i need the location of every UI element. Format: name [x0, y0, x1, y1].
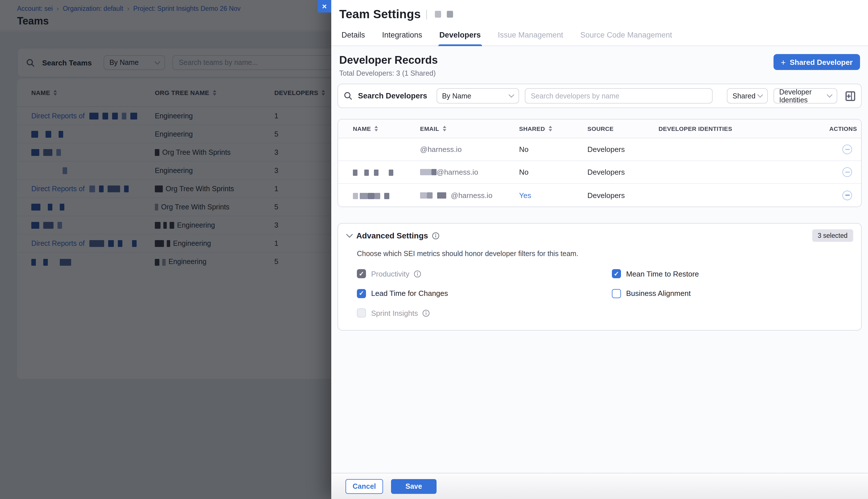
shared-filter-value: Shared	[733, 92, 756, 100]
info-icon[interactable]	[423, 309, 430, 317]
chevron-down-icon[interactable]	[346, 231, 353, 238]
tab-issue-management[interactable]: Issue Management	[497, 26, 564, 46]
shared-cell: No	[519, 168, 587, 177]
plus-icon: +	[781, 57, 786, 67]
column-header-name[interactable]: NAME	[353, 125, 420, 132]
developer-identities-value: Developer Identities	[779, 88, 828, 104]
panel-body: Developer Records Total Developers: 3 (1…	[331, 46, 868, 473]
developer-name-cell	[353, 168, 420, 177]
lead-time-checkbox[interactable]: ✓	[357, 289, 366, 298]
info-icon[interactable]	[414, 270, 421, 277]
add-column-icon[interactable]	[845, 91, 855, 101]
shared-filter-select[interactable]: Shared	[727, 88, 768, 104]
remove-developer-button[interactable]	[842, 167, 852, 177]
minus-icon	[845, 195, 849, 195]
source-cell: Developers	[587, 145, 659, 154]
sort-icon[interactable]	[548, 126, 552, 132]
source-cell: Developers	[587, 191, 659, 199]
section-title: Developer Records	[339, 54, 438, 66]
close-icon: ×	[322, 2, 327, 11]
productivity-checkbox[interactable]: ✓	[357, 269, 366, 278]
developer-row: @harness.io Yes Developers	[338, 184, 861, 207]
developer-search-placeholder: Search developers by name	[531, 92, 619, 100]
business-alignment-checkbox[interactable]	[612, 289, 621, 298]
metric-option-mean-time-to-restore: ✓ Mean Time to Restore	[612, 269, 699, 278]
developer-identities-select[interactable]: Developer Identities	[773, 88, 837, 104]
selected-count-badge: 3 selected	[812, 229, 853, 242]
developer-email-cell: @harness.io	[420, 145, 519, 154]
tab-integrations[interactable]: Integrations	[381, 26, 423, 46]
advanced-settings-title: Advanced Settings	[356, 231, 428, 240]
search-icon	[344, 92, 352, 100]
remove-developer-button[interactable]	[842, 190, 852, 200]
by-name-select[interactable]: By Name	[436, 88, 519, 104]
tab-details[interactable]: Details	[340, 26, 366, 46]
screen: Account: sei › Organization: default › P…	[0, 0, 868, 499]
panel-title: Team Settings	[339, 8, 421, 21]
tab-bar: Details Integrations Developers Issue Ma…	[331, 26, 868, 46]
total-developers-text: Total Developers: 3 (1 Shared)	[339, 70, 438, 77]
save-button[interactable]: Save	[391, 479, 436, 494]
minus-icon	[845, 172, 849, 172]
info-icon[interactable]	[432, 232, 439, 239]
redacted-text	[353, 193, 358, 199]
by-name-value: By Name	[442, 92, 471, 100]
chevron-down-icon	[508, 92, 514, 98]
advanced-settings-description: Choose which SEI metrics should honor de…	[357, 250, 852, 258]
redacted-text	[447, 11, 453, 17]
developer-table-header: NAME EMAIL SHARED SOURCE DEVELOPER IDENT…	[338, 120, 861, 138]
redacted-text	[353, 170, 358, 176]
close-button[interactable]: ×	[317, 0, 331, 13]
shared-cell: No	[519, 145, 587, 154]
sort-icon[interactable]	[443, 126, 446, 132]
cancel-button[interactable]: Cancel	[346, 479, 383, 494]
column-header-shared[interactable]: SHARED	[519, 125, 587, 132]
redacted-text	[420, 169, 432, 175]
metric-option-productivity: ✓ Productivity	[357, 269, 612, 278]
title-separator	[426, 9, 427, 19]
developer-row: @harness.io No Developers	[338, 161, 861, 184]
shared-developer-button[interactable]: + Shared Developer	[773, 54, 860, 70]
source-cell: Developers	[587, 168, 659, 177]
panel-titlebar: Team Settings	[331, 0, 868, 26]
developer-email-cell: @harness.io	[420, 191, 519, 199]
remove-developer-button[interactable]	[842, 145, 852, 154]
tab-source-code-management[interactable]: Source Code Management	[579, 26, 673, 46]
team-settings-panel: × Team Settings Details Integrations Dev…	[331, 0, 868, 499]
column-header-email[interactable]: EMAIL	[420, 125, 519, 132]
shared-cell: Yes	[519, 191, 587, 199]
search-developers-label: Search Developers	[358, 92, 427, 100]
developer-row: @harness.io No Developers	[338, 138, 861, 161]
developer-name-cell	[353, 191, 420, 199]
chevron-down-icon	[757, 92, 763, 98]
sort-icon[interactable]	[374, 126, 378, 132]
metric-option-business-alignment: Business Alignment	[612, 289, 699, 298]
metric-option-lead-time: ✓ Lead Time for Changes	[357, 289, 612, 298]
panel-footer: Cancel Save	[331, 473, 868, 499]
developer-email-cell: @harness.io	[420, 168, 519, 177]
tab-developers[interactable]: Developers	[438, 26, 482, 46]
advanced-settings-section: Advanced Settings 3 selected Choose whic…	[338, 223, 862, 331]
developer-filter-bar: Search Developers By Name Search develop…	[338, 84, 862, 108]
column-header-source: SOURCE	[587, 125, 659, 132]
developer-records-table: NAME EMAIL SHARED SOURCE DEVELOPER IDENT…	[338, 119, 862, 207]
column-header-developer-identities: DEVELOPER IDENTITIES	[659, 125, 829, 132]
redacted-text	[435, 11, 442, 17]
chevron-down-icon	[827, 92, 832, 98]
sprint-insights-checkbox[interactable]	[357, 308, 366, 317]
redacted-text	[420, 192, 427, 198]
developer-search-input[interactable]: Search developers by name	[525, 88, 712, 104]
mean-time-to-restore-checkbox[interactable]: ✓	[612, 269, 621, 278]
minus-icon	[845, 149, 849, 150]
column-header-actions: ACTIONS	[829, 125, 857, 132]
metric-option-sprint-insights: Sprint Insights	[357, 308, 612, 317]
